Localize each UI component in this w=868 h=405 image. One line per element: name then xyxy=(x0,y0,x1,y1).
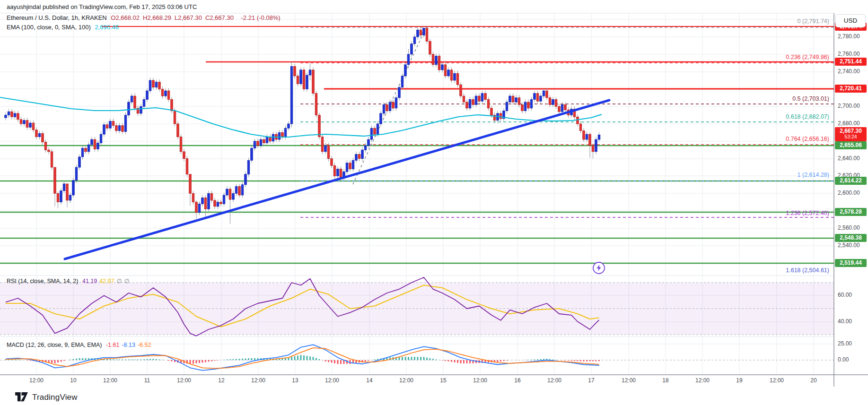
candle xyxy=(318,115,321,137)
candle xyxy=(54,167,56,193)
time-tick-label: 16 xyxy=(501,377,534,384)
time-tick-label: 11 xyxy=(131,377,164,384)
price-tick-label: 2,700.00 xyxy=(838,103,860,109)
rsi-pane xyxy=(0,277,834,336)
candle xyxy=(478,96,481,101)
indicator-value: -8.13 xyxy=(122,342,135,348)
price-tick-label: 2,540.00 xyxy=(838,242,860,249)
candle xyxy=(263,139,265,143)
candle xyxy=(306,75,308,89)
candle xyxy=(491,108,493,115)
candle xyxy=(417,30,419,37)
price-tick-label: 2,680.00 xyxy=(838,120,860,127)
time-tick-label: 10 xyxy=(57,377,90,384)
candle xyxy=(297,76,299,84)
watermark-brand: TradingView xyxy=(32,393,78,402)
candle xyxy=(202,198,204,204)
candle xyxy=(312,70,315,94)
candle xyxy=(97,143,99,149)
candle xyxy=(518,98,520,105)
candle xyxy=(441,65,444,70)
rsi-legend[interactable]: RSI (14, close, SMA, 14, 2) 41.1942.97∅∅ xyxy=(7,277,134,284)
candle xyxy=(204,198,207,209)
candle xyxy=(210,193,213,200)
tradingview-published-chart: { "header": {"published_line": "aayushji… xyxy=(0,0,868,405)
candle xyxy=(290,67,293,124)
fib-level-label: 0.5 (2,703.01) xyxy=(792,95,829,102)
candle xyxy=(555,99,557,106)
candle xyxy=(103,125,105,134)
candle xyxy=(226,189,228,195)
price-tick-label: 2,640.00 xyxy=(838,155,860,162)
candle xyxy=(583,131,585,139)
ema-legend[interactable]: EMA (100, close, 0, SMA, 100) 2,690.46 xyxy=(7,24,121,31)
candle xyxy=(266,137,268,143)
candle xyxy=(235,186,237,193)
indicator-value: ∅ xyxy=(124,278,129,284)
indicator-value: -6.52 xyxy=(138,342,151,348)
candle xyxy=(509,96,511,102)
candle xyxy=(220,202,222,204)
time-tick-label: 12:00 xyxy=(94,377,127,384)
time-tick-label: 19 xyxy=(723,377,756,384)
candle xyxy=(167,91,170,99)
price-tick-label: 2,560.00 xyxy=(838,224,860,231)
candle xyxy=(515,98,517,102)
price-tick-label: 25.00 xyxy=(838,340,852,347)
indicator-value: 41.19 xyxy=(82,278,97,284)
time-tick-label: 12:00 xyxy=(167,377,201,384)
time-tick-label: 12:00 xyxy=(686,377,719,384)
currency-button[interactable]: USD xyxy=(835,14,866,27)
candle xyxy=(32,123,35,130)
candle xyxy=(524,102,526,111)
candle xyxy=(91,139,93,145)
time-tick-label: 12:00 xyxy=(20,377,53,384)
candle xyxy=(475,96,477,104)
candle xyxy=(124,115,127,132)
macd-signal-line xyxy=(6,348,599,369)
candle xyxy=(447,70,450,76)
candle xyxy=(395,98,397,108)
candle xyxy=(321,137,324,152)
candle xyxy=(278,132,281,139)
macd-title: MACD (12, 26, close, 9, EMA, EMA) xyxy=(7,342,102,348)
candle xyxy=(337,169,339,176)
price-axis[interactable]: 2,780.002,760.002,740.002,700.002,680.00… xyxy=(834,13,868,387)
candle xyxy=(469,99,471,108)
candle xyxy=(438,56,440,69)
candle xyxy=(432,54,434,65)
candle xyxy=(506,102,508,111)
candle xyxy=(331,159,333,166)
ohlc-item: H2,668.29 xyxy=(143,14,171,21)
fib-level-label: 0.236 (2,749.86) xyxy=(786,54,829,60)
candle xyxy=(281,132,284,137)
candle xyxy=(543,91,545,96)
price-level-badge: 2,720.41 xyxy=(835,85,867,93)
macd-legend[interactable]: MACD (12, 26, close, 9, EMA, EMA) -1.61-… xyxy=(7,342,156,348)
candle xyxy=(460,85,462,96)
candle xyxy=(466,102,468,108)
price-tick-label: 40.00 xyxy=(838,318,852,325)
price-level-badge: 2,519.44 xyxy=(835,259,867,267)
fib-level-label: 0 (2,791.74) xyxy=(798,18,829,25)
price-tick-label: 2,760.00 xyxy=(838,51,860,57)
candle xyxy=(423,28,425,35)
candle xyxy=(426,28,428,42)
price-tick-label: 0.00 xyxy=(838,356,849,363)
candle xyxy=(158,82,161,89)
time-tick-label: 17 xyxy=(575,377,608,384)
candle xyxy=(174,111,176,124)
time-tick-label: 18 xyxy=(649,377,682,384)
candle xyxy=(549,98,551,105)
candle xyxy=(115,126,118,131)
candle xyxy=(42,133,44,142)
candle xyxy=(361,150,364,158)
candle xyxy=(309,70,311,75)
watermark[interactable]: TradingView xyxy=(15,392,78,403)
symbol-legend[interactable]: Ethereum / U.S. Dollar, 1h, KRAKEN O2,66… xyxy=(7,14,283,21)
time-tick-label: 12:00 xyxy=(242,377,275,384)
time-tick-label: 12:00 xyxy=(316,377,349,384)
candle xyxy=(109,121,112,128)
candle xyxy=(435,56,438,64)
candle xyxy=(454,73,456,80)
